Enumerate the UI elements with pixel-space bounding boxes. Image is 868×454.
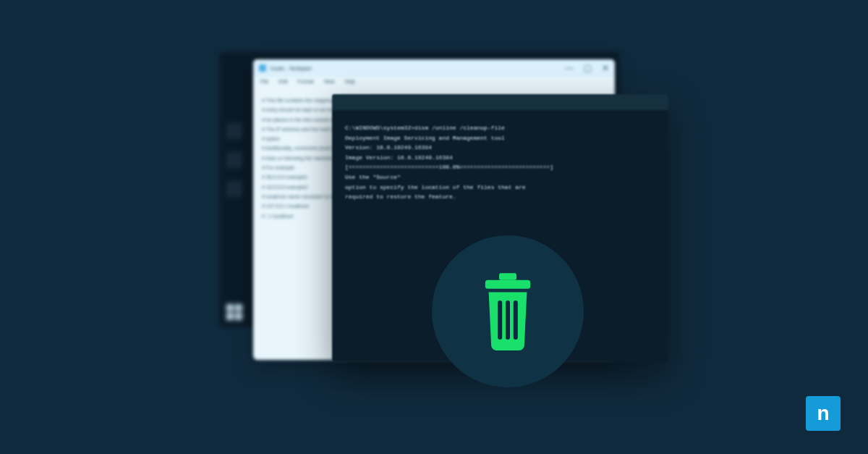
- close-button[interactable]: ✕: [602, 63, 609, 73]
- minimize-button[interactable]: —: [565, 63, 574, 73]
- menu-edit[interactable]: Edit: [278, 79, 287, 88]
- terminal-line: Deployment Image Servicing and Managemen…: [345, 133, 655, 143]
- windows-logo-icon[interactable]: [226, 304, 242, 320]
- terminal-content[interactable]: C:\WINDOWS\system32>dism /online /cleanu…: [332, 110, 668, 215]
- trash-icon: [464, 268, 551, 355]
- trash-badge: [432, 235, 584, 387]
- notepad-title: hosts - Notepad: [271, 65, 311, 72]
- taskbar-item: [226, 181, 242, 197]
- terminal-line: Use the "Source": [345, 172, 655, 182]
- terminal-line: Version: 10.0.19249.16384: [345, 143, 655, 153]
- menu-format[interactable]: Format: [297, 79, 313, 88]
- maximize-button[interactable]: ▢: [584, 63, 592, 73]
- brand-letter: n: [817, 402, 829, 425]
- notepad-menubar: File Edit Format View Help: [253, 77, 615, 90]
- menu-view[interactable]: View: [324, 79, 335, 88]
- notepad-titlebar: hosts - Notepad — ▢ ✕: [253, 59, 615, 77]
- svg-rect-0: [485, 280, 530, 289]
- taskbar-item: [226, 123, 242, 139]
- terminal-line: required to restore the feature.: [345, 192, 655, 202]
- file-icon: [259, 64, 266, 72]
- terminal-line: option to specify the location of the fi…: [345, 182, 655, 193]
- menu-help[interactable]: Help: [345, 79, 355, 88]
- brand-logo: n: [806, 396, 841, 431]
- terminal-titlebar: [332, 94, 668, 110]
- svg-rect-1: [499, 273, 516, 280]
- terminal-line: Image Version: 10.0.19249.16384: [345, 153, 655, 163]
- terminal-line: C:\WINDOWS\system32>dism /online /cleanu…: [345, 123, 655, 133]
- taskbar-item: [226, 152, 242, 168]
- terminal-line: [==========================100.0%=======…: [345, 162, 655, 172]
- menu-file[interactable]: File: [260, 79, 268, 88]
